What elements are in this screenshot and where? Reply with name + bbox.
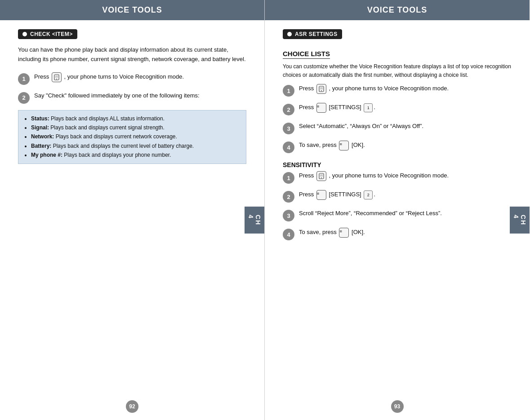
cl-step-2-text: Press ≡ [SETTINGS] 1. xyxy=(299,103,375,113)
left-page: VOICE TOOLS CHECK <ITEM> You can have th… xyxy=(0,0,265,420)
step-circle-2-left: 2 xyxy=(18,92,30,104)
choice-lists-intro: You can customize whether the Voice Reco… xyxy=(283,62,512,80)
cl-circle-2: 2 xyxy=(283,104,294,115)
s-step-2: 2 Press ≡ [SETTINGS] 2. xyxy=(283,190,512,203)
choice-lists-title: CHOICE LISTS xyxy=(283,50,330,59)
phone-icon-s-1 xyxy=(316,171,326,181)
cl-step-3-text: Select “Automatic”, “Always On” or “Alwa… xyxy=(299,122,423,131)
svg-rect-5 xyxy=(320,87,323,89)
sensitivity-title: SENSITIVITY xyxy=(283,161,512,168)
phone-icon-cl-1 xyxy=(316,84,326,94)
right-content: ASR SETTINGS CHOICE LISTS You can custom… xyxy=(265,20,530,420)
s-circle-4: 4 xyxy=(283,229,294,240)
svg-point-1 xyxy=(56,79,57,80)
cl-step-4: 4 To save, press ≡ [OK]. xyxy=(283,141,512,153)
right-header: VOICE TOOLS xyxy=(265,0,530,20)
bullet-signal: Signal: Plays back and displays current … xyxy=(31,123,240,132)
left-intro: You can have the phone play back and dis… xyxy=(18,45,246,64)
left-ch-tab: CH4 xyxy=(245,207,264,234)
left-step-2: 2 Say "Check" followed immediately by on… xyxy=(18,91,246,104)
s-step-4-text: To save, press ≡ [OK]. xyxy=(299,228,365,238)
s-step-1: 1 Press , your phone turns to Voice Reco… xyxy=(283,171,512,184)
svg-point-7 xyxy=(321,177,322,178)
cl-step-1-text: Press , your phone turns to Voice Recogn… xyxy=(299,84,449,94)
left-page-number: 92 xyxy=(126,400,138,413)
ok-icon-s: ≡ xyxy=(339,228,349,238)
key1-icon: 1 xyxy=(364,103,373,112)
cl-circle-1: 1 xyxy=(283,85,294,97)
right-page-number: 93 xyxy=(391,400,404,413)
left-header: VOICE TOOLS xyxy=(0,0,264,20)
cl-step-1: 1 Press , your phone turns to Voice Reco… xyxy=(283,84,512,97)
bullet-list: Status: Plays back and displays ALL stat… xyxy=(25,114,240,160)
s-circle-1: 1 xyxy=(283,172,294,184)
svg-rect-8 xyxy=(320,174,323,177)
bullet-network: Network: Plays back and displays current… xyxy=(31,132,240,141)
step-circle-1-left: 1 xyxy=(18,73,30,85)
cl-step-2: 2 Press ≡ [SETTINGS] 1. xyxy=(283,103,512,115)
cl-circle-4: 4 xyxy=(283,141,294,153)
right-page: VOICE TOOLS ASR SETTINGS CHOICE LISTS Yo… xyxy=(265,0,530,420)
cl-circle-3: 3 xyxy=(283,123,294,134)
badge-dot-left xyxy=(22,32,27,36)
s-step-3-text: Scroll “Reject More”, “Recommended” or “… xyxy=(299,209,442,218)
bullet-status: Status: Plays back and displays ALL stat… xyxy=(31,114,240,123)
ok-icon-cl: ≡ xyxy=(339,141,349,150)
right-section-badge: ASR SETTINGS xyxy=(283,29,342,39)
left-content: CHECK <ITEM> You can have the phone play… xyxy=(0,20,264,420)
step-2-text-left: Say "Check" followed immediately by one … xyxy=(34,91,200,101)
left-section-badge: CHECK <ITEM> xyxy=(18,29,77,39)
s-step-1-text: Press , your phone turns to Voice Recogn… xyxy=(299,171,449,181)
bullet-box: Status: Plays back and displays ALL stat… xyxy=(18,110,246,164)
svg-point-4 xyxy=(321,90,322,91)
s-circle-2: 2 xyxy=(283,191,294,203)
s-step-4: 4 To save, press ≡ [OK]. xyxy=(283,228,512,240)
choice-lists-section: CHOICE LISTS You can customize whether t… xyxy=(283,45,512,153)
step-1-text-left: Press , your phone turns to Voice Recogn… xyxy=(34,72,184,82)
bullet-battery: Battery: Plays back and displays the cur… xyxy=(31,141,240,150)
badge-dot-right xyxy=(287,32,292,36)
bullet-myphone: My phone #: Plays back and displays your… xyxy=(31,150,240,159)
s-step-2-text: Press ≡ [SETTINGS] 2. xyxy=(299,190,375,200)
svg-rect-2 xyxy=(55,75,58,78)
settings-icon-s: ≡ xyxy=(316,190,326,200)
left-step-1: 1 Press , your phone turns to Voice Reco… xyxy=(18,72,246,85)
phone-icon-left-1 xyxy=(52,72,62,82)
sensitivity-section: SENSITIVITY 1 Press , your phone turns t… xyxy=(283,161,512,240)
settings-icon-cl: ≡ xyxy=(316,103,326,113)
cl-step-3: 3 Select “Automatic”, “Always On” or “Al… xyxy=(283,122,512,134)
cl-step-4-text: To save, press ≡ [OK]. xyxy=(299,141,365,150)
s-step-3: 3 Scroll “Reject More”, “Recommended” or… xyxy=(283,209,512,221)
s-circle-3: 3 xyxy=(283,210,294,221)
key2-icon: 2 xyxy=(364,190,373,199)
right-ch-tab: CH4 xyxy=(510,207,530,234)
